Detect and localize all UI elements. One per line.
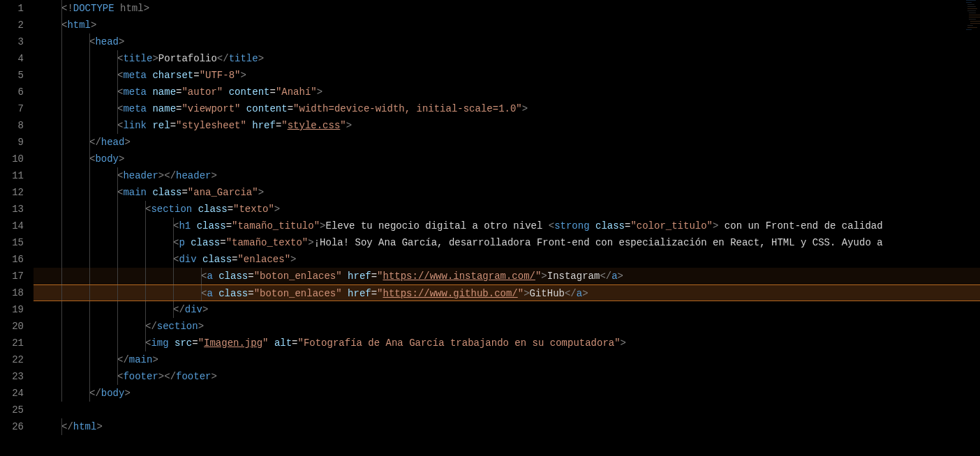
indent-guide xyxy=(89,285,90,301)
code-line[interactable]: <section class="texto"> xyxy=(34,201,980,218)
token: = xyxy=(288,103,293,114)
indent-guide xyxy=(145,301,146,318)
token: href xyxy=(348,288,371,299)
code-line[interactable]: <meta charset="UTF-8"> xyxy=(34,67,980,84)
svg-rect-14 xyxy=(966,29,972,30)
indent-guide xyxy=(61,251,62,268)
token: > xyxy=(541,271,547,282)
token xyxy=(192,204,198,215)
token: > xyxy=(258,187,264,198)
token: ></ xyxy=(158,371,176,382)
code-line[interactable]: <head> xyxy=(34,33,980,50)
token: "UTF-8" xyxy=(200,70,241,81)
token: meta xyxy=(123,86,147,98)
indent-guide xyxy=(61,218,62,234)
indent-guide xyxy=(117,50,118,67)
token: "ana_Garcia" xyxy=(188,187,258,198)
indent-guide xyxy=(89,184,90,201)
token: "autor" xyxy=(181,86,223,98)
code-line[interactable]: <a class="boton_enlaces" href="https://w… xyxy=(34,284,980,301)
code-line[interactable]: <footer></footer> xyxy=(34,368,980,385)
token: = xyxy=(248,288,253,299)
indent-guide xyxy=(145,201,146,218)
token: > xyxy=(202,304,208,315)
token: class xyxy=(218,288,248,299)
indent-guide xyxy=(117,100,118,117)
token: src xyxy=(175,337,192,349)
code-line[interactable]: <a class="boton_enlaces" href="https://w… xyxy=(34,268,980,284)
indent-guide xyxy=(89,368,90,385)
token: DOCTYPE xyxy=(73,3,114,14)
indent-guide xyxy=(61,67,62,84)
code-line[interactable]: <html> xyxy=(34,17,980,33)
code-editor[interactable]: 1234567891011121314151617181920212223242… xyxy=(0,0,980,456)
code-line[interactable]: <div class="enlaces"> xyxy=(34,251,980,268)
token: > xyxy=(119,36,124,47)
code-area[interactable]: <!DOCTYPE html><html><head><title>Portaf… xyxy=(29,0,980,456)
token: = xyxy=(220,237,225,248)
code-line[interactable]: <title>Portafolio</title> xyxy=(34,50,980,67)
token: header xyxy=(123,170,158,181)
line-number: 16 xyxy=(0,251,24,268)
token: class xyxy=(218,271,248,282)
token: = xyxy=(228,204,233,215)
code-line[interactable]: </div> xyxy=(34,301,980,318)
indent-guide xyxy=(89,151,90,167)
token xyxy=(185,237,191,248)
token: <! xyxy=(61,3,73,14)
line-number: 17 xyxy=(0,268,24,284)
code-line[interactable]: <meta name="viewport" content="width=dev… xyxy=(34,100,980,117)
token: main xyxy=(129,354,153,365)
svg-rect-13 xyxy=(967,27,977,28)
token: = xyxy=(226,220,232,231)
token: name xyxy=(152,86,176,98)
code-line[interactable] xyxy=(34,402,980,418)
token: header xyxy=(176,170,211,181)
indent-guide xyxy=(145,335,146,351)
token: "width=device-width, initial-scale=1.0" xyxy=(293,103,522,114)
code-line[interactable]: <link rel="stylesheet" href="style.css"> xyxy=(34,117,980,134)
line-number: 23 xyxy=(0,368,24,385)
line-number: 19 xyxy=(0,301,24,318)
token: > xyxy=(91,20,96,31)
indent-guide xyxy=(89,100,90,117)
indent-guide xyxy=(89,218,90,234)
indent-guide xyxy=(117,117,118,134)
code-line[interactable]: </section> xyxy=(34,318,980,335)
indent-guide xyxy=(117,351,118,368)
code-line[interactable]: <body> xyxy=(34,151,980,167)
code-line[interactable]: </head> xyxy=(34,134,980,151)
token: a xyxy=(207,288,212,299)
code-line[interactable]: <h1 class="tamaño_titulo">Eleve tu negoc… xyxy=(34,218,980,234)
token: > xyxy=(240,70,246,81)
code-line[interactable]: <!DOCTYPE html> xyxy=(34,0,980,17)
svg-rect-1 xyxy=(966,2,972,3)
token: a xyxy=(611,271,617,282)
token: > xyxy=(152,53,158,64)
svg-rect-3 xyxy=(967,6,976,7)
code-line[interactable]: </main> xyxy=(34,351,980,368)
code-line[interactable]: <main class="ana_Garcia"> xyxy=(34,184,980,201)
token: </ xyxy=(117,354,129,365)
token: class xyxy=(152,187,181,198)
token: </ xyxy=(89,388,101,399)
token: = xyxy=(193,70,199,81)
indent-guide xyxy=(89,67,90,84)
code-line[interactable]: </html> xyxy=(34,418,980,435)
token: img xyxy=(151,337,168,349)
token: "tamaño_texto" xyxy=(226,237,309,248)
code-line[interactable]: <img src="Imagen.jpg" alt="Fotografía de… xyxy=(34,335,980,351)
token: > xyxy=(621,337,626,349)
code-line[interactable]: <meta name="autor" content="Anahí"> xyxy=(34,84,980,100)
code-line[interactable]: <p class="tamaño_texto">¡Hola! Soy Ana G… xyxy=(34,234,980,251)
line-number: 26 xyxy=(0,418,24,435)
minimap[interactable] xyxy=(966,0,980,35)
indent-guide xyxy=(89,117,90,134)
token: name xyxy=(152,103,176,114)
code-line[interactable]: <header></header> xyxy=(34,167,980,184)
token: content xyxy=(229,86,270,98)
code-line[interactable]: </body> xyxy=(34,385,980,402)
token: body xyxy=(101,388,125,399)
token: html xyxy=(73,421,97,432)
line-number: 20 xyxy=(0,318,24,335)
